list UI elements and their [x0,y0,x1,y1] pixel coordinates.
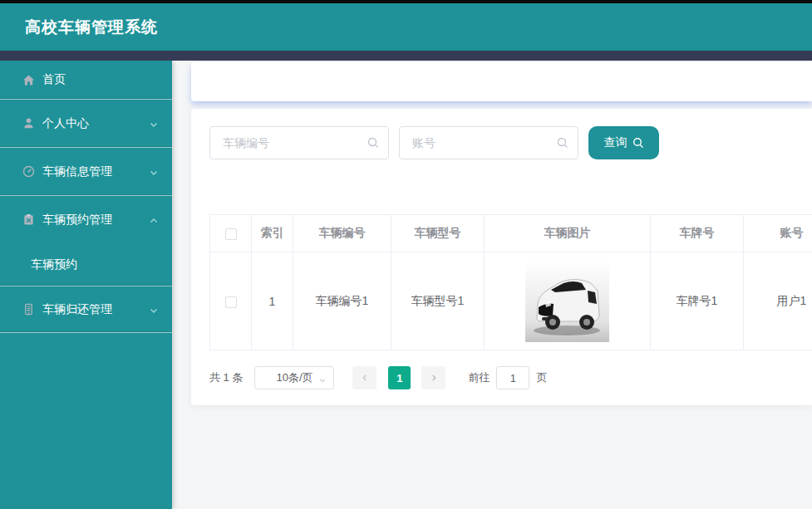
sidebar-item-vehicle-return-mgmt[interactable]: 车辆归还管理 [0,286,172,332]
user-icon [22,117,35,130]
cell-index: 1 [252,252,293,350]
sidebar-item-home[interactable]: 首页 [0,61,172,99]
search-icon [557,137,568,152]
chevron-down-icon [149,167,159,180]
content-card: 查询 索引 车辆编号 车辆型号 车辆图片 车牌号 账号 1 车辆编号1 [191,109,812,405]
sidebar-item-label: 车辆归还管理 [42,302,112,317]
table-row: 1 车辆编号1 车辆型号1 [210,252,812,350]
app-header: 高校车辆管理系统 [0,3,812,51]
sidebar-item-label: 首页 [42,72,66,87]
column-header-index: 索引 [252,215,293,252]
chevron-left-icon [361,374,369,382]
page-size-select[interactable]: 10条/页 [254,366,334,389]
goto-label: 前往 [468,370,490,385]
cell-vehicle-no: 车辆编号1 [293,252,391,350]
search-icon [367,137,379,152]
select-all-checkbox[interactable] [225,228,237,240]
sidebar-item-label: 车辆信息管理 [42,164,112,179]
chevron-down-icon [318,374,327,387]
menu-divider [0,332,172,333]
device-icon [22,303,35,316]
chevron-down-icon [149,305,159,318]
search-row: 查询 [209,126,659,159]
cell-vehicle-model: 车辆型号1 [391,252,485,350]
prev-page-button[interactable] [352,366,376,389]
clipboard-icon [22,213,35,227]
page-button-1[interactable]: 1 [388,366,411,389]
vehicle-photo [525,261,609,342]
pagination: 共 1 条 10条/页 1 前往 页 [209,366,547,389]
column-header-vehicle-model: 车辆型号 [391,215,485,252]
vehicle-table: 索引 车辆编号 车辆型号 车辆图片 车牌号 账号 1 车辆编号1 车辆型号1 [209,214,812,350]
row-checkbox[interactable] [225,296,237,308]
query-button[interactable]: 查询 [588,126,659,159]
header-bottom-bar [0,51,812,61]
vehicle-no-input[interactable] [209,126,389,159]
sidebar-item-label: 个人中心 [42,116,89,131]
page-size-value: 10条/页 [276,370,312,385]
sidebar-item-personal-center[interactable]: 个人中心 [0,100,172,147]
next-page-button[interactable] [421,366,445,389]
pagination-total: 共 1 条 [209,370,243,385]
vehicle-no-search-box [209,126,389,159]
chevron-down-icon [149,119,159,132]
sidebar-item-vehicle-reservation-mgmt[interactable]: 车辆预约管理 [0,196,172,243]
current-page-number: 1 [396,372,402,384]
sidebar-subitem-label: 车辆预约 [31,257,77,272]
cell-plate-no: 车牌号1 [651,252,744,350]
chevron-up-icon [149,215,159,228]
column-header-vehicle-no: 车辆编号 [293,215,391,252]
page-unit-label: 页 [536,370,547,385]
column-header-account: 账号 [744,215,812,252]
home-icon [22,73,35,86]
table-header-row: 索引 车辆编号 车辆型号 车辆图片 车牌号 账号 [210,215,812,252]
goto-page-input[interactable] [496,366,529,389]
chevron-right-icon [430,374,438,382]
account-search-box [399,126,578,159]
column-header-vehicle-image: 车辆图片 [485,215,651,252]
top-black-strip [0,0,812,3]
search-icon [632,137,644,149]
account-input[interactable] [399,126,578,159]
query-button-label: 查询 [604,135,627,150]
sidebar-subitem-vehicle-reservation[interactable]: 车辆预约 [0,243,172,286]
sidebar-item-label: 车辆预约管理 [42,213,112,228]
sidebar-item-vehicle-info-mgmt[interactable]: 车辆信息管理 [0,148,172,195]
column-header-plate-no: 车牌号 [651,215,744,252]
dashboard-icon [22,165,35,179]
breadcrumb-bar [191,62,812,101]
cell-account: 用户1 [744,252,812,350]
app-title: 高校车辆管理系统 [25,17,158,38]
sidebar: 首页 个人中心 车辆信息管理 车辆预约管理 车辆预约 [0,61,172,509]
